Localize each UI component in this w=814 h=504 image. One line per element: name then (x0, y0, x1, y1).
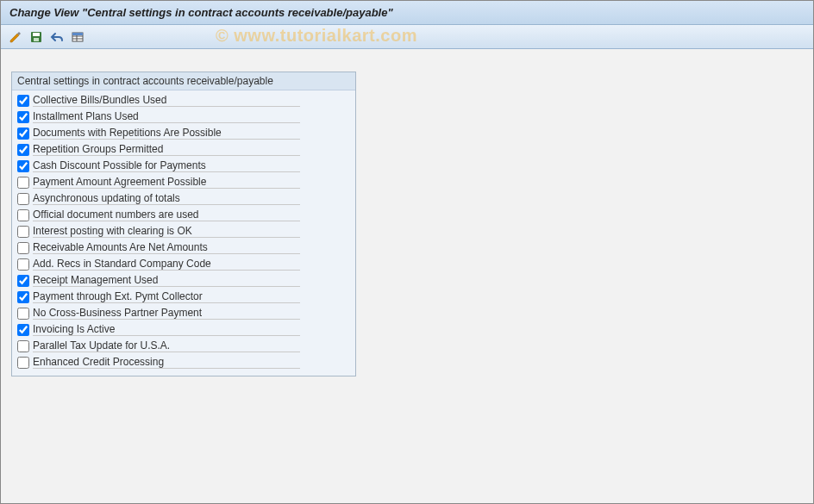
checkbox-9[interactable] (17, 242, 29, 254)
checkbox-label: Asynchronous updating of totals (33, 192, 300, 205)
checkbox-label: Collective Bills/Bundles Used (33, 94, 300, 107)
save-button[interactable] (28, 29, 44, 45)
checkbox-10[interactable] (17, 258, 29, 271)
check-row: Payment Amount Agreement Possible (16, 174, 352, 190)
checkbox-label: Invoicing Is Active (33, 323, 300, 336)
check-row: Official document numbers are used (16, 207, 352, 223)
check-row: Parallel Tax Update for U.S.A. (16, 338, 352, 354)
checkbox-label-text: Interest posting with clearing is OK (33, 225, 300, 238)
table-icon (71, 30, 85, 44)
checkbox-3[interactable] (17, 144, 29, 156)
check-row: Payment through Ext. Pymt Collector (16, 289, 352, 305)
checkbox-label: Official document numbers are used (33, 208, 300, 221)
checkbox-label-text: Official document numbers are used (33, 208, 300, 221)
checkbox-16[interactable] (17, 357, 29, 369)
checklist: Collective Bills/Bundles UsedInstallment… (12, 90, 355, 376)
toolbar (1, 25, 813, 49)
checkbox-label: Enhanced Credit Processing (33, 356, 300, 369)
checkbox-label-text: Enhanced Credit Processing (33, 356, 300, 369)
check-row: Receipt Management Used (16, 272, 352, 289)
window-title-text: Change View "Central settings in contrac… (9, 6, 393, 19)
save-icon (29, 30, 43, 44)
checkbox-2[interactable] (17, 128, 29, 140)
checkbox-4[interactable] (17, 160, 29, 172)
check-row: Interest posting with clearing is OK (16, 223, 352, 240)
checkbox-label-text: Collective Bills/Bundles Used (33, 94, 300, 107)
svg-rect-1 (33, 33, 40, 36)
checkbox-15[interactable] (17, 340, 29, 352)
checkbox-label-text: Invoicing Is Active (33, 323, 300, 336)
checkbox-6[interactable] (17, 193, 29, 205)
change-display-button[interactable] (8, 29, 23, 45)
check-row: Asynchronous updating of totals (16, 190, 352, 207)
content-area: Central settings in contract accounts re… (1, 49, 813, 399)
checkbox-label-text: No Cross-Business Partner Payment (33, 307, 300, 320)
checkbox-label-text: Installment Plans Used (33, 110, 300, 123)
svg-rect-2 (34, 38, 39, 41)
checkbox-5[interactable] (17, 177, 29, 189)
checkbox-label-text: Receipt Management Used (33, 274, 300, 287)
central-settings-groupbox: Central settings in contract accounts re… (11, 72, 356, 376)
check-row: Documents with Repetitions Are Possible (16, 125, 352, 141)
table-settings-button[interactable] (70, 29, 85, 45)
checkbox-label: Cash Discount Possible for Payments (33, 159, 300, 172)
undo-icon (50, 30, 64, 44)
groupbox-title: Central settings in contract accounts re… (12, 72, 355, 90)
checkbox-14[interactable] (17, 324, 29, 336)
check-row: Add. Recs in Standard Company Code (16, 256, 352, 272)
checkbox-label-text: Payment Amount Agreement Possible (33, 176, 300, 189)
checkbox-label: Installment Plans Used (33, 110, 300, 123)
checkbox-label-text: Payment through Ext. Pymt Collector (33, 290, 300, 303)
checkbox-label-text: Parallel Tax Update for U.S.A. (33, 339, 300, 352)
check-row: Repetition Groups Permitted (16, 141, 352, 158)
check-row: No Cross-Business Partner Payment (16, 305, 352, 321)
checkbox-label: Repetition Groups Permitted (33, 143, 300, 156)
checkbox-7[interactable] (17, 209, 29, 221)
check-row: Enhanced Credit Processing (16, 354, 352, 370)
svg-rect-7 (72, 33, 83, 35)
check-row: Invoicing Is Active (16, 321, 352, 338)
check-row: Cash Discount Possible for Payments (16, 158, 352, 174)
checkbox-label: Interest posting with clearing is OK (33, 225, 300, 238)
checkbox-label-text: Asynchronous updating of totals (33, 192, 300, 205)
checkbox-label-text: Add. Recs in Standard Company Code (33, 258, 300, 271)
checkbox-13[interactable] (17, 308, 29, 320)
checkbox-label: Add. Recs in Standard Company Code (33, 258, 300, 271)
checkbox-12[interactable] (17, 291, 29, 303)
checkbox-label: No Cross-Business Partner Payment (33, 307, 300, 320)
checkbox-0[interactable] (17, 95, 29, 107)
checkbox-label: Parallel Tax Update for U.S.A. (33, 339, 300, 352)
checkbox-label: Receipt Management Used (33, 274, 300, 287)
checkbox-8[interactable] (17, 226, 29, 238)
checkbox-label: Documents with Repetitions Are Possible (33, 127, 300, 140)
checkbox-1[interactable] (17, 111, 29, 123)
checkbox-label-text: Documents with Repetitions Are Possible (33, 127, 300, 140)
check-row: Collective Bills/Bundles Used (16, 92, 352, 109)
check-row: Installment Plans Used (16, 109, 352, 125)
checkbox-label: Payment Amount Agreement Possible (33, 176, 300, 189)
checkbox-label: Receivable Amounts Are Net Amounts (33, 241, 300, 254)
undo-button[interactable] (49, 29, 65, 45)
checkbox-label: Payment through Ext. Pymt Collector (33, 290, 300, 303)
window-title: Change View "Central settings in contrac… (1, 1, 813, 25)
checkbox-label-text: Receivable Amounts Are Net Amounts (33, 241, 300, 254)
checkbox-label-text: Repetition Groups Permitted (33, 143, 300, 156)
pencil-icon (9, 30, 22, 44)
checkbox-11[interactable] (17, 275, 29, 287)
check-row: Receivable Amounts Are Net Amounts (16, 240, 352, 256)
checkbox-label-text: Cash Discount Possible for Payments (33, 159, 300, 172)
